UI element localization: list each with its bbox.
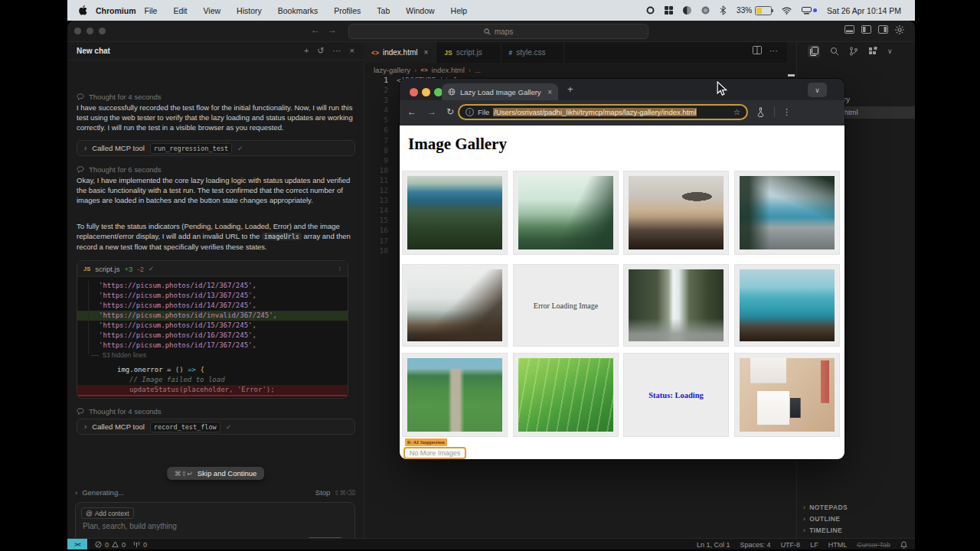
expand-icon[interactable]: › bbox=[84, 422, 87, 431]
apple-logo-icon[interactable] bbox=[78, 5, 87, 16]
menu-item[interactable]: Bookmarks bbox=[278, 6, 318, 15]
menu-item[interactable]: History bbox=[237, 6, 262, 15]
editor-tab[interactable]: JS script.js × bbox=[436, 42, 501, 63]
grid-icon[interactable] bbox=[665, 6, 673, 15]
menu-item[interactable]: View bbox=[204, 6, 221, 15]
chat-close-icon[interactable]: × bbox=[350, 46, 354, 56]
toggle-sidebar-icon[interactable] bbox=[861, 25, 871, 34]
hidden-lines-label[interactable]: 53 hidden lines bbox=[77, 350, 348, 360]
new-chat-icon[interactable]: + bbox=[304, 46, 309, 56]
shortcut-keys: ⇧⌘⌫ bbox=[334, 489, 355, 497]
status-item[interactable]: HTML bbox=[828, 541, 848, 549]
thought-row[interactable]: Thought for 6 seconds bbox=[77, 165, 162, 174]
nav-back-icon[interactable]: ← bbox=[311, 24, 320, 35]
chevron-down-icon[interactable]: ∨ bbox=[887, 47, 893, 55]
url-text-selected[interactable]: /Users/osrivast/padhi_likhi/trymcp/maps/… bbox=[493, 108, 697, 116]
stop-button[interactable]: Stop ⇧⌘⌫ bbox=[315, 488, 355, 497]
minimap[interactable] bbox=[788, 74, 795, 77]
load-more-button[interactable]: No More Images bbox=[403, 447, 466, 459]
chat-tab-title[interactable]: New chat bbox=[77, 47, 110, 55]
menu-item[interactable]: Window bbox=[406, 6, 434, 15]
menu-app-name[interactable]: Chromium bbox=[96, 6, 136, 15]
editor-more-icon[interactable]: ⋯ bbox=[769, 46, 778, 56]
browser-back-icon[interactable]: ← bbox=[407, 106, 416, 117]
status-item[interactable]: Ln 1, Col 1 bbox=[697, 541, 730, 549]
sidebar-icon-row: ∨ bbox=[808, 45, 893, 57]
window-zoom-button[interactable] bbox=[99, 28, 106, 34]
browser-tab[interactable]: Lazy Load Image Gallery × bbox=[442, 83, 558, 100]
sidebar-section-header[interactable]: › OUTLINE bbox=[803, 515, 848, 523]
wifi-icon[interactable] bbox=[782, 7, 792, 15]
menu-item[interactable]: File bbox=[145, 6, 158, 15]
status-item[interactable]: LF bbox=[810, 541, 818, 549]
thought-row[interactable]: Thought for 4 seconds bbox=[77, 93, 162, 101]
chat-more-icon[interactable]: ⋯ bbox=[333, 46, 341, 56]
battery-indicator[interactable]: 33% bbox=[737, 6, 772, 15]
explorer-icon[interactable] bbox=[808, 45, 820, 57]
beaker-icon[interactable] bbox=[756, 107, 765, 117]
tab-search-chevron[interactable]: ∨ bbox=[808, 83, 827, 97]
split-editor-icon[interactable] bbox=[753, 46, 762, 56]
gallery-image bbox=[740, 176, 835, 249]
chat-history-icon[interactable]: ↺ bbox=[317, 46, 324, 56]
code-block-header[interactable]: JS script.js +3 -2 ✓ ↕ bbox=[77, 261, 348, 277]
editor-tab[interactable]: <> index.html × bbox=[364, 42, 436, 63]
browser-close-button[interactable] bbox=[410, 88, 418, 96]
add-context-button[interactable]: @ Add context bbox=[81, 507, 134, 519]
line-number: 15 bbox=[364, 215, 388, 225]
ide-search-box[interactable]: maps bbox=[348, 24, 648, 39]
window-close-button[interactable] bbox=[74, 28, 81, 34]
window-minimize-button[interactable] bbox=[87, 28, 93, 34]
toggle-rightbar-icon[interactable] bbox=[878, 25, 888, 34]
inline-code-chip: imageUrls bbox=[262, 233, 302, 240]
expand-icon[interactable]: › bbox=[75, 488, 77, 497]
siri-icon[interactable] bbox=[701, 6, 710, 15]
address-bar[interactable]: i File /Users/osrivast/padhi_likhi/trymc… bbox=[458, 104, 748, 120]
menu-item[interactable]: Tab bbox=[377, 6, 390, 15]
new-tab-icon[interactable]: + bbox=[567, 83, 573, 95]
notifications-bell-icon[interactable] bbox=[900, 541, 907, 549]
status-item[interactable]: UTF-8 bbox=[781, 541, 801, 549]
menu-clock[interactable]: Sat 26 Apr 10:14 PM bbox=[827, 6, 901, 15]
cursor-tab-toggle[interactable]: Cursor Tab bbox=[857, 541, 890, 549]
sidebar-section-header[interactable]: › NOTEPADS bbox=[803, 504, 848, 511]
search-icon[interactable] bbox=[830, 47, 839, 56]
editor-tab[interactable]: # style.css × bbox=[501, 42, 565, 63]
nav-forward-icon[interactable]: → bbox=[328, 24, 337, 35]
skip-and-continue-button[interactable]: ⌘⇧↵ Skip and Continue bbox=[167, 467, 265, 480]
shade-icon[interactable] bbox=[683, 6, 691, 15]
thought-row[interactable]: Thought for 4 seconds bbox=[77, 407, 162, 416]
sidebar-section-header[interactable]: › TIMELINE bbox=[803, 527, 848, 534]
toggle-panel-icon[interactable] bbox=[844, 25, 854, 34]
remote-indicator[interactable]: >< bbox=[67, 539, 87, 549]
ports-indicator[interactable]: 0 bbox=[133, 541, 147, 549]
expand-icon[interactable]: › bbox=[84, 144, 87, 152]
kvm-icon[interactable] bbox=[802, 7, 817, 15]
browser-menu-icon[interactable]: ⋮ bbox=[782, 107, 791, 117]
screen: Chromium FileEditViewHistoryBookmarksPro… bbox=[0, 0, 980, 551]
sidebar-bottom-sections: › NOTEPADS › OUTLINE › TIMELINE bbox=[803, 504, 848, 534]
browser-forward-icon[interactable]: → bbox=[427, 106, 436, 117]
menu-item[interactable]: Profiles bbox=[334, 6, 361, 15]
chat-text-input[interactable] bbox=[81, 521, 345, 531]
browser-minimize-button[interactable] bbox=[422, 88, 430, 96]
record-icon[interactable] bbox=[646, 6, 655, 15]
expand-collapse-icon[interactable]: ↕ bbox=[338, 265, 342, 272]
code-filename[interactable]: script.js bbox=[95, 265, 119, 273]
problems-indicator[interactable]: 0 0 bbox=[95, 541, 126, 549]
breadcrumb[interactable]: lazy-gallery › <> index.html › ... bbox=[374, 64, 481, 75]
settings-gear-icon[interactable] bbox=[895, 25, 904, 34]
menu-item[interactable]: Help bbox=[451, 6, 468, 15]
bluetooth-icon[interactable] bbox=[720, 5, 727, 15]
browser-reload-icon[interactable]: ↻ bbox=[446, 106, 454, 117]
tab-close-icon[interactable]: × bbox=[547, 88, 552, 96]
bookmark-star-icon[interactable]: ☆ bbox=[733, 108, 740, 116]
source-control-icon[interactable] bbox=[849, 47, 858, 56]
status-item[interactable]: Spaces: 4 bbox=[740, 541, 771, 549]
tab-close-icon[interactable]: × bbox=[424, 48, 429, 57]
mcp-tool-call[interactable]: › Called MCP tool record_test_flow ✓ bbox=[77, 419, 355, 435]
extensions-icon[interactable] bbox=[868, 47, 877, 56]
info-icon[interactable]: i bbox=[466, 108, 474, 116]
menu-item[interactable]: Edit bbox=[173, 6, 187, 15]
mcp-tool-call[interactable]: › Called MCP tool run_regression_test ✓ bbox=[77, 140, 355, 156]
